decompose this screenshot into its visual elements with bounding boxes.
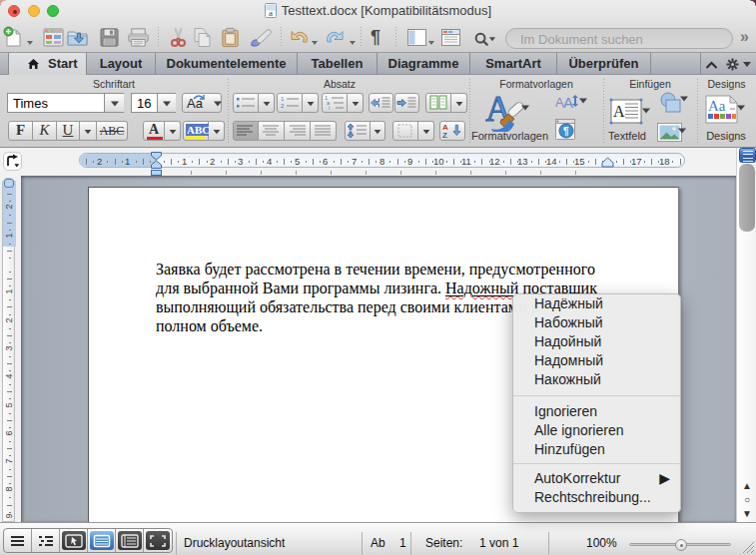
svg-text:1: 1 <box>281 96 285 102</box>
svg-text:A: A <box>613 103 625 120</box>
svg-text:a: a <box>269 8 273 18</box>
svg-text:A: A <box>563 94 573 110</box>
svg-text:Aa: Aa <box>708 98 726 114</box>
svg-text:Z: Z <box>442 131 447 140</box>
svg-text:¶: ¶ <box>563 126 569 137</box>
svg-text:2: 2 <box>281 103 285 109</box>
svg-text:i: i <box>329 105 330 111</box>
